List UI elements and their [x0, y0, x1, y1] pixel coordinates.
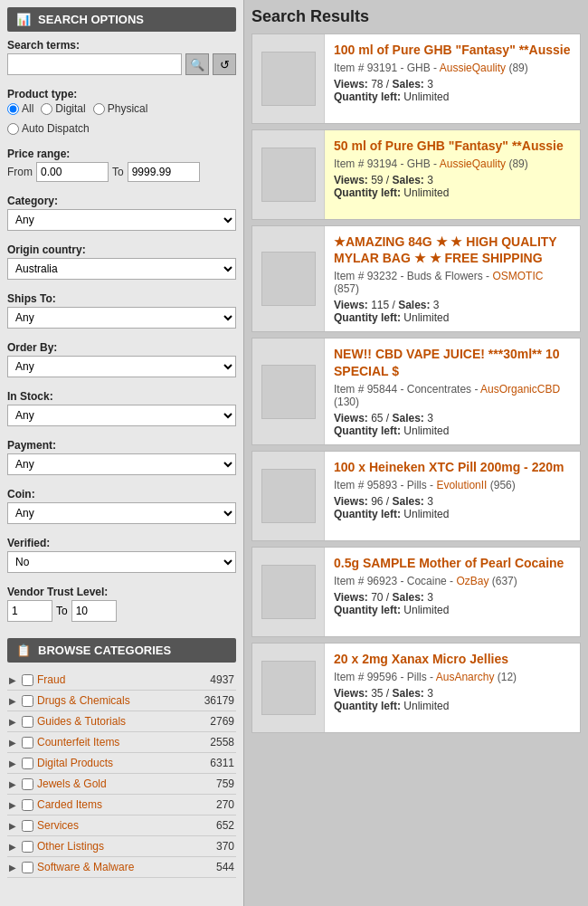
category-item[interactable]: ▶ Other Listings 370 [7, 836, 236, 857]
vendor-link[interactable]: AussieQaulity [440, 62, 506, 74]
result-thumbnail [252, 452, 325, 540]
result-stats: Views: 78 / Sales: 3 [334, 78, 571, 91]
result-title[interactable]: NEW!! CBD VAPE JUICE! ***30ml** 10 SPECI… [334, 346, 571, 378]
coin-select[interactable]: Any [7, 502, 236, 524]
category-checkbox[interactable] [22, 716, 33, 728]
result-info: 100 ml of Pure GHB "Fantasy" **Aussie It… [325, 34, 580, 123]
result-quantity: Quantity left: Unlimited [334, 186, 571, 199]
payment-select[interactable]: Any [7, 453, 236, 475]
ships-to-label: Ships To: [7, 292, 236, 305]
category-checkbox[interactable] [22, 778, 33, 790]
category-checkbox[interactable] [22, 674, 33, 686]
result-card[interactable]: 100 x Heineken XTC Pill 200mg - 220m Ite… [251, 451, 581, 541]
radio-auto[interactable]: Auto Dispatch [7, 122, 90, 135]
search-row: 🔍 ↺ [7, 53, 236, 75]
result-quantity: Quantity left: Unlimited [334, 91, 571, 103]
result-title[interactable]: 0.5g SAMPLE Mother of Pearl Cocaine [334, 555, 571, 571]
price-from-input[interactable] [36, 162, 109, 182]
vendor-trust-row: To [7, 600, 236, 622]
ships-to-select[interactable]: Any [7, 307, 236, 329]
category-count: 652 [216, 819, 234, 832]
result-title[interactable]: 100 x Heineken XTC Pill 200mg - 220m [334, 459, 571, 475]
result-quantity: Quantity left: Unlimited [334, 700, 571, 712]
order-by-label: Order By: [7, 341, 236, 354]
result-card[interactable]: NEW!! CBD VAPE JUICE! ***30ml** 10 SPECI… [251, 338, 581, 444]
chart-icon: 📊 [16, 13, 31, 26]
vendor-trust-to-input[interactable] [71, 600, 117, 622]
category-item[interactable]: ▶ Fraud 4937 [7, 670, 236, 691]
order-by-field: Order By: Any [7, 341, 236, 377]
result-title[interactable]: 50 ml of Pure GHB "Fantasy" **Aussie [334, 138, 571, 154]
vendor-link[interactable]: AussieQaulity [440, 157, 506, 170]
vendor-link[interactable]: OzBay [456, 575, 488, 587]
refresh-button[interactable]: ↺ [213, 53, 236, 75]
sales-label: Sales: [393, 591, 424, 604]
result-stats: Views: 59 / Sales: 3 [334, 174, 571, 186]
category-checkbox[interactable] [22, 862, 33, 873]
result-info: 50 ml of Pure GHB "Fantasy" **Aussie Ite… [325, 130, 580, 219]
to-label: To [112, 166, 124, 178]
result-meta: Item # 93194 - GHB - AussieQaulity (89) [334, 157, 571, 170]
result-title[interactable]: 100 ml of Pure GHB "Fantasy" **Aussie [334, 42, 571, 58]
result-quantity: Quantity left: Unlimited [334, 604, 571, 616]
category-name: Services [37, 819, 213, 832]
result-quantity: Quantity left: Unlimited [334, 424, 571, 437]
result-stats: Views: 65 / Sales: 3 [334, 412, 571, 424]
price-to-input[interactable] [128, 162, 200, 182]
result-card[interactable]: ★AMAZING 84G ★ ★ HIGH QUALITY MYLAR BAG … [251, 225, 581, 332]
vendor-link[interactable]: AusOrganicCBD [480, 383, 560, 396]
category-item[interactable]: ▶ Jewels & Gold 759 [7, 774, 236, 795]
category-count: 6311 [210, 757, 234, 769]
order-by-select[interactable]: Any [7, 356, 236, 377]
verified-select[interactable]: No [7, 551, 236, 573]
right-panel: Search Results 100 ml of Pure GHB "Fanta… [244, 0, 588, 906]
category-select[interactable]: Any [7, 209, 236, 231]
category-label: Category: [7, 195, 236, 207]
left-panel: 📊 SEARCH OPTIONS Search terms: 🔍 ↺ Produ… [0, 0, 244, 906]
result-quantity: Quantity left: Unlimited [334, 311, 571, 324]
category-checkbox[interactable] [22, 695, 33, 707]
vendor-link[interactable]: EvolutionII [436, 479, 487, 491]
category-checkbox[interactable] [22, 799, 33, 811]
result-meta: Item # 93232 - Buds & Flowers - OSMOTIC … [334, 270, 571, 295]
category-checkbox[interactable] [22, 758, 33, 769]
vendor-trust-from-input[interactable] [7, 600, 52, 622]
category-item[interactable]: ▶ Counterfeit Items 2558 [7, 732, 236, 753]
category-checkbox[interactable] [22, 820, 33, 832]
thumbnail-image [261, 565, 316, 619]
category-item[interactable]: ▶ Services 652 [7, 815, 236, 836]
category-item[interactable]: ▶ Drugs & Chemicals 36179 [7, 691, 236, 711]
category-item[interactable]: ▶ Digital Products 6311 [7, 753, 236, 774]
category-item[interactable]: ▶ Software & Malware 544 [7, 857, 236, 878]
result-title[interactable]: 20 x 2mg Xanax Micro Jellies [334, 651, 571, 667]
category-arrow: ▶ [9, 800, 18, 810]
category-item[interactable]: ▶ Carded Items 270 [7, 795, 236, 815]
vendor-link[interactable]: AusAnarchy [436, 671, 495, 683]
in-stock-select[interactable]: Any [7, 405, 236, 426]
category-checkbox[interactable] [22, 737, 33, 749]
category-item[interactable]: ▶ Guides & Tutorials 2769 [7, 711, 236, 732]
radio-physical[interactable]: Physical [93, 102, 148, 115]
thumbnail-image [261, 365, 316, 419]
category-name: Jewels & Gold [37, 777, 213, 790]
origin-country-select[interactable]: Australia [7, 258, 236, 280]
result-card[interactable]: 100 ml of Pure GHB "Fantasy" **Aussie It… [251, 33, 581, 124]
in-stock-field: In Stock: Any [7, 390, 236, 426]
search-input[interactable] [7, 53, 182, 75]
search-button[interactable]: 🔍 [185, 53, 209, 75]
result-card[interactable]: 20 x 2mg Xanax Micro Jellies Item # 9959… [251, 643, 581, 733]
radio-all[interactable]: All [7, 102, 33, 115]
radio-digital[interactable]: Digital [41, 102, 85, 115]
result-title[interactable]: ★AMAZING 84G ★ ★ HIGH QUALITY MYLAR BAG … [334, 234, 571, 266]
price-range-field: Price range: From To [7, 148, 236, 182]
result-meta: Item # 95844 - Concentrates - AusOrganic… [334, 383, 571, 408]
result-card[interactable]: 50 ml of Pure GHB "Fantasy" **Aussie Ite… [251, 129, 581, 220]
category-arrow: ▶ [9, 758, 18, 768]
coin-field: Coin: Any [7, 488, 236, 524]
vendor-trust-to-label: To [56, 605, 68, 617]
category-checkbox[interactable] [22, 841, 33, 853]
result-card[interactable]: 0.5g SAMPLE Mother of Pearl Cocaine Item… [251, 547, 581, 637]
vendor-link[interactable]: OSMOTIC [492, 270, 543, 282]
sales-label: Sales: [393, 412, 424, 424]
product-type-field: Product type: All Digital Physical Auto … [7, 88, 236, 135]
